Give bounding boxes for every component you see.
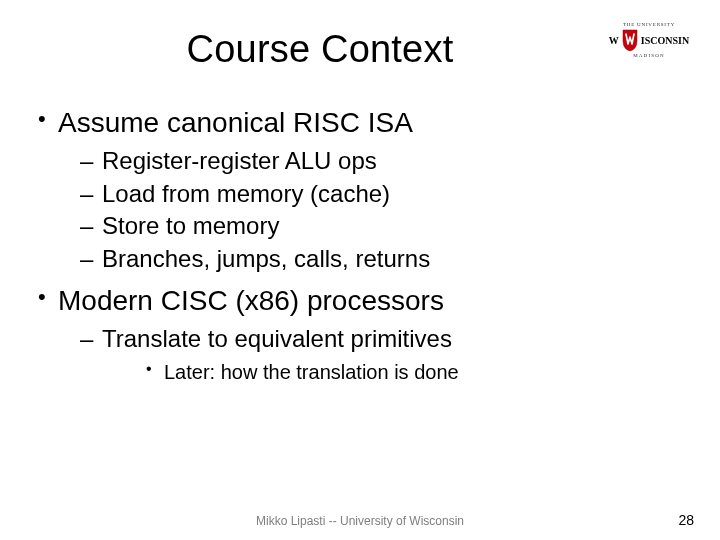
- bullet-list: Assume canonical RISC ISA Register-regis…: [36, 105, 684, 385]
- list-item: Assume canonical RISC ISA Register-regis…: [36, 105, 684, 275]
- list-item: Branches, jumps, calls, returns: [58, 244, 684, 275]
- list-item: Store to memory: [58, 211, 684, 242]
- bullet-text: Assume canonical RISC ISA: [58, 107, 413, 138]
- bullet-text: Store to memory: [102, 212, 279, 239]
- slide: THE UNIVERSITY W ISCONSIN MADISON Course…: [0, 0, 720, 540]
- crest-icon: [621, 28, 639, 52]
- bullet-text: Register-register ALU ops: [102, 147, 377, 174]
- bullet-list: Register-register ALU ops Load from memo…: [58, 146, 684, 275]
- bullet-text: Modern CISC (x86) processors: [58, 285, 444, 316]
- list-item: Register-register ALU ops: [58, 146, 684, 177]
- page-number: 28: [678, 512, 694, 528]
- bullet-text: Later: how the translation is done: [164, 361, 459, 383]
- bullet-list: Translate to equivalent primitives Later…: [58, 324, 684, 385]
- bullet-text: Translate to equivalent primitives: [102, 325, 452, 352]
- logo-left-letter: W: [609, 35, 619, 46]
- list-item: Load from memory (cache): [58, 179, 684, 210]
- list-item: Translate to equivalent primitives Later…: [58, 324, 684, 385]
- slide-content: Assume canonical RISC ISA Register-regis…: [28, 105, 692, 385]
- slide-title: Course Context: [68, 28, 572, 71]
- logo-bottom-text: MADISON: [633, 53, 665, 58]
- university-logo: THE UNIVERSITY W ISCONSIN MADISON: [610, 22, 688, 82]
- list-item: Modern CISC (x86) processors Translate t…: [36, 283, 684, 385]
- bullet-text: Branches, jumps, calls, returns: [102, 245, 430, 272]
- bullet-list: Later: how the translation is done: [102, 359, 684, 385]
- list-item: Later: how the translation is done: [102, 359, 684, 385]
- footer-text: Mikko Lipasti -- University of Wisconsin: [0, 514, 720, 528]
- bullet-text: Load from memory (cache): [102, 180, 390, 207]
- logo-top-text: THE UNIVERSITY: [623, 22, 675, 27]
- logo-row: W ISCONSIN: [609, 28, 689, 52]
- logo-right-text: ISCONSIN: [641, 35, 689, 46]
